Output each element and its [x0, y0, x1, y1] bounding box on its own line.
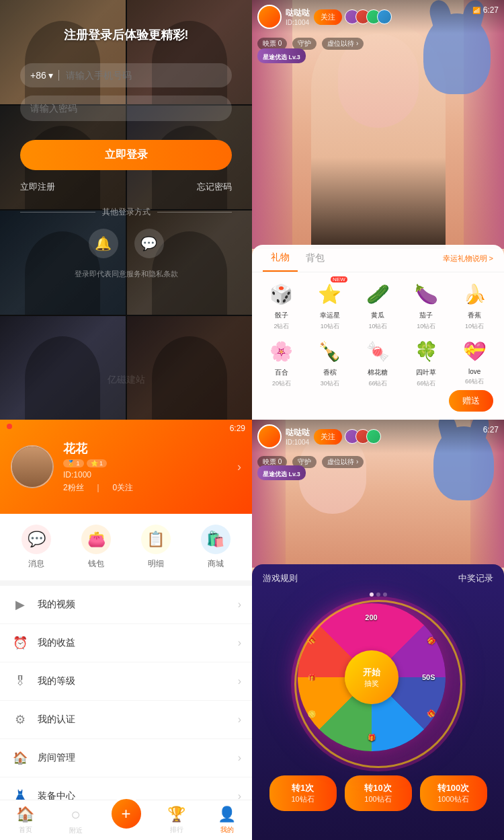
gift-item-4[interactable]: 🍌 香蕉 10钻石: [453, 279, 496, 331]
phone-prefix: +86 ▾: [30, 70, 53, 81]
gift-item-3[interactable]: 🍆 茄子 10钻石: [405, 279, 448, 331]
rank-icon: 🏆: [167, 806, 185, 823]
stream-video: 哒哒哒 ID:1004 关注 📶 6:27 映票 0 守护 虚位以待 › 星途优…: [252, 0, 504, 249]
phone-input[interactable]: [66, 70, 222, 81]
menu-my-cert[interactable]: ⚙ 我的认证 ›: [0, 701, 252, 739]
wheel-records-link[interactable]: 中奖记录: [458, 572, 493, 584]
wheel-header: 游戏规则 中奖记录: [252, 564, 504, 590]
dot-3: [383, 593, 387, 597]
wheel-rules-link[interactable]: 游戏规则: [263, 572, 298, 584]
menu-my-level[interactable]: 🎖 我的等级 ›: [0, 662, 252, 701]
live-stream-gifts: 哒哒哒 ID:1004 关注 📶 6:27 映票 0 守护 虚位以待 › 星途优…: [252, 0, 504, 420]
br-viewer-avatars: [349, 429, 381, 444]
spin-center-button[interactable]: 开始 抽奖: [345, 650, 398, 704]
my-level-icon: 🎖: [11, 672, 30, 691]
tab-backpack[interactable]: 背包: [298, 245, 333, 271]
follow-button[interactable]: 关注: [314, 9, 342, 25]
followers-count: 2粉丝: [63, 483, 84, 492]
viewer-4: [377, 9, 392, 24]
br-host-info: 哒哒哒 ID:1004: [286, 427, 310, 446]
gift-item-0[interactable]: 🎲 骰子 2钻石: [260, 279, 303, 331]
status-bar: 📶 6:27: [472, 5, 499, 15]
gift-name-7: 棉花糖: [368, 368, 388, 377]
gift-icon-9: 💝: [460, 336, 489, 366]
status-bar-bl: [7, 424, 12, 429]
forgot-link[interactable]: 忘记密码: [197, 181, 232, 193]
auth-links: 立即注册 忘记密码: [20, 181, 232, 193]
tab-gifts[interactable]: 礼物: [263, 245, 298, 272]
wifi-icon: 📶: [472, 7, 480, 14]
arrow-icon-5: ›: [238, 752, 241, 764]
quick-wallet[interactable]: 👛 钱包: [81, 525, 111, 570]
profile-label: 我的: [220, 825, 234, 835]
gift-item-6[interactable]: 🍾 香槟 30钻石: [308, 336, 351, 388]
social-login: 🔔 💬: [89, 229, 164, 258]
spin-10-button[interactable]: 转10次 100钻石: [345, 775, 412, 811]
password-input[interactable]: [30, 103, 222, 114]
avatar-image: [12, 447, 52, 487]
br-viewer-3: [366, 429, 381, 444]
gift-tabs: 礼物 背包 幸运礼物说明 >: [252, 245, 504, 272]
stream-time: 6:27: [483, 5, 499, 15]
menu-room-mgmt[interactable]: 🏠 房间管理 ›: [0, 739, 252, 777]
gift-item-9[interactable]: 💝 love 66钻石: [453, 336, 496, 388]
wheel-gift-3: 🎁: [368, 734, 376, 741]
user-badges: 🏅 1 ⭐ 1: [63, 459, 228, 467]
quick-details[interactable]: 📋 明细: [141, 525, 171, 570]
profile-header: 6:29 花花 🏅 1 ⭐ 1 ID:1000 2粉丝 ｜ 0关注 ›: [0, 420, 252, 514]
my-cert-icon: ⚙: [11, 710, 30, 729]
spin-1-button[interactable]: 转1次 10钻石: [269, 775, 337, 811]
gift-icon-2: 🥒: [363, 279, 392, 309]
arrow-icon-4: ›: [238, 714, 241, 726]
gift-item-2[interactable]: 🥒 黄瓜 10钻石: [357, 279, 400, 331]
spin-1-label: 转1次: [292, 782, 314, 794]
br-host-id: ID:1004: [286, 438, 310, 446]
nav-live[interactable]: +: [101, 810, 151, 831]
gift-price-2: 10钻石: [368, 322, 387, 331]
gift-price-9: 66钻石: [465, 377, 484, 386]
spin-100-button[interactable]: 转100次 1000钻石: [420, 775, 487, 811]
nav-profile[interactable]: 👤 我的: [202, 806, 252, 835]
quick-messages[interactable]: 💬 消息: [22, 525, 51, 570]
home-icon: 🏠: [16, 806, 34, 823]
quick-shop[interactable]: 🛍️ 商城: [201, 525, 230, 570]
gift-name-8: 四叶草: [416, 368, 436, 377]
quick-menu: 💬 消息 👛 钱包 📋 明细 🛍️ 商城: [0, 514, 252, 580]
gift-item-1[interactable]: ⭐NEW 幸运星 10钻石: [308, 279, 351, 331]
spin-100-label: 转100次: [437, 782, 470, 794]
host-info: 哒哒哒 ID:1004: [286, 7, 310, 26]
password-input-group: [20, 96, 232, 121]
gift-name-6: 香槟: [323, 368, 337, 377]
live-button[interactable]: +: [110, 797, 143, 831]
level-badge: 星途优选 Lv.3: [257, 48, 306, 63]
phone-row: +86 ▾: [20, 63, 232, 87]
menu-my-videos[interactable]: ▶ 我的视频 ›: [0, 586, 252, 624]
time-display: 6:29: [230, 424, 245, 433]
register-link[interactable]: 立即注册: [20, 181, 55, 193]
gift-item-7[interactable]: 🍬 棉花糖 66钻石: [357, 336, 400, 388]
nav-rank[interactable]: 🏆 排行: [151, 806, 202, 835]
gift-price-0: 2钻石: [274, 322, 289, 331]
send-gift-button[interactable]: 赠送: [449, 390, 493, 412]
gift-icon-8: 🍀: [411, 336, 441, 366]
dot-1: [370, 593, 374, 597]
bell-login-button[interactable]: 🔔: [89, 229, 118, 258]
gift-item-5[interactable]: 🌸 百合 20钻石: [260, 336, 303, 388]
wechat-login-button[interactable]: 💬: [134, 229, 164, 258]
br-level-badge: 星途优选 Lv.3: [257, 465, 306, 480]
profile-icon: 👤: [218, 806, 236, 823]
menu-my-earnings[interactable]: ⏰ 我的收益 ›: [0, 624, 252, 662]
gift-item-8[interactable]: 🍀 四叶草 66钻石: [405, 336, 448, 388]
login-button[interactable]: 立即登录: [20, 140, 232, 170]
br-follow-button[interactable]: 关注: [314, 429, 342, 445]
user-stats: 2粉丝 ｜ 0关注: [63, 482, 228, 494]
lucky-link[interactable]: 幸运礼物说明 >: [443, 254, 493, 264]
nav-home[interactable]: 🏠 首页: [0, 806, 50, 835]
nav-nearby[interactable]: ○ 附近: [50, 805, 101, 835]
br-level-text: 星途优选 Lv.3: [263, 471, 300, 478]
gift-price-5: 20钻石: [272, 379, 291, 388]
following-count: 0关注: [112, 483, 133, 492]
br-time: 6:27: [483, 425, 499, 434]
profile-chevron[interactable]: ›: [237, 460, 241, 474]
details-icon: 📋: [141, 525, 171, 554]
